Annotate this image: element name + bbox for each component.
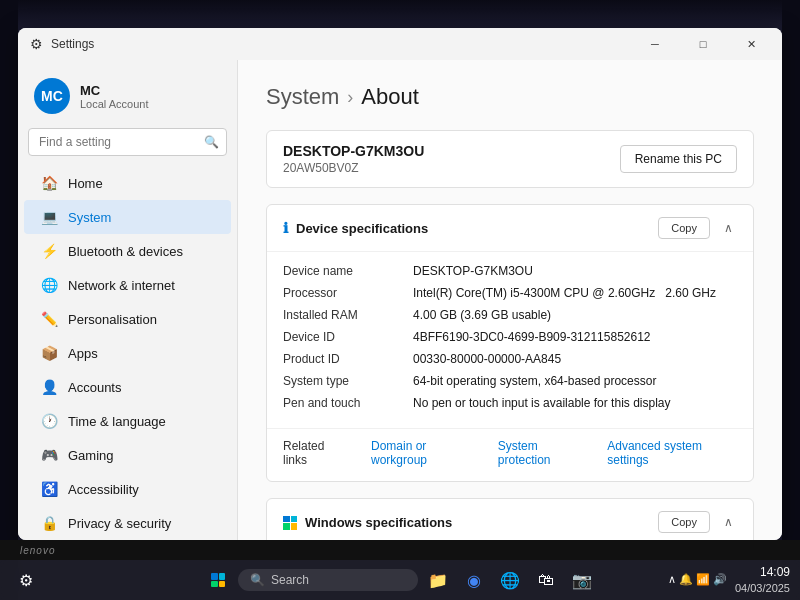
spec-value-pen-touch: No pen or touch input is available for t… [413, 396, 737, 410]
spec-label-system-type: System type [283, 374, 413, 388]
sidebar-item-network[interactable]: 🌐 Network & internet [24, 268, 231, 302]
taskbar-center: 🔍 Search 📁 ◉ 🌐 🛍 📷 [202, 564, 598, 596]
related-links-label: Related links [283, 439, 347, 467]
device-specs-header: ℹ Device specifications Copy ∧ [267, 205, 753, 252]
close-button[interactable]: ✕ [728, 28, 774, 60]
search-input[interactable] [28, 128, 227, 156]
sidebar-item-bluetooth-label: Bluetooth & devices [68, 244, 183, 259]
sidebar-item-apps-label: Apps [68, 346, 98, 361]
spec-label-device-name: Device name [283, 264, 413, 278]
windows-specs-header-right: Copy ∧ [658, 511, 737, 533]
sidebar-item-home-label: Home [68, 176, 103, 191]
spec-label-ram: Installed RAM [283, 308, 413, 322]
related-link-domain[interactable]: Domain or workgroup [371, 439, 478, 467]
clock: 14:09 04/03/2025 [735, 565, 790, 595]
device-name-bar: DESKTOP-G7KM3OU 20AW50BV0Z Rename this P… [266, 130, 754, 188]
related-link-protection[interactable]: System protection [498, 439, 587, 467]
sidebar-item-accounts[interactable]: 👤 Accounts [24, 370, 231, 404]
spec-value-processor: Intel(R) Core(TM) i5-4300M CPU @ 2.60GHz… [413, 286, 737, 300]
privacy-icon: 🔒 [40, 514, 58, 532]
windows-specs-collapse-button[interactable]: ∧ [720, 513, 737, 531]
sidebar-item-accessibility-label: Accessibility [68, 482, 139, 497]
spec-label-processor: Processor [283, 286, 413, 300]
spec-row-device-name: Device name DESKTOP-G7KM3OU [283, 260, 737, 282]
taskbar-left: ⚙ [10, 564, 42, 596]
taskbar-store[interactable]: 🛍 [530, 564, 562, 596]
spec-row-device-id: Device ID 4BFF6190-3DC0-4699-B909-312115… [283, 326, 737, 348]
time-icon: 🕐 [40, 412, 58, 430]
window-title: Settings [51, 37, 94, 51]
device-specs-title: ℹ Device specifications [283, 220, 428, 236]
windows-logo-icon [283, 514, 297, 530]
system-tray: ∧ 🔔 📶 🔊 [668, 573, 727, 586]
taskbar-settings-icon[interactable]: ⚙ [10, 564, 42, 596]
sidebar-item-time-label: Time & language [68, 414, 166, 429]
sidebar-item-home[interactable]: 🏠 Home [24, 166, 231, 200]
accessibility-icon: ♿ [40, 480, 58, 498]
device-info: DESKTOP-G7KM3OU 20AW50BV0Z [283, 143, 424, 175]
bluetooth-icon: ⚡ [40, 242, 58, 260]
spec-row-system-type: System type 64-bit operating system, x64… [283, 370, 737, 392]
taskbar-search-icon: 🔍 [250, 573, 265, 587]
sidebar-item-system[interactable]: 💻 System [24, 200, 231, 234]
minimize-button[interactable]: ─ [632, 28, 678, 60]
device-model: 20AW50BV0Z [283, 161, 424, 175]
user-section: MC MC Local Account [18, 68, 237, 128]
spec-value-system-type: 64-bit operating system, x64-based proce… [413, 374, 737, 388]
taskbar-start-button[interactable] [202, 564, 234, 596]
spec-row-product-id: Product ID 00330-80000-00000-AA845 [283, 348, 737, 370]
sidebar-item-apps[interactable]: 📦 Apps [24, 336, 231, 370]
device-specs-header-right: Copy ∧ [658, 217, 737, 239]
sidebar: MC MC Local Account 🔍 🏠 Home 💻 System [18, 60, 238, 540]
content-area: MC MC Local Account 🔍 🏠 Home 💻 System [18, 60, 782, 540]
home-icon: 🏠 [40, 174, 58, 192]
taskbar-file-explorer[interactable]: 📁 [422, 564, 454, 596]
clock-time: 14:09 [735, 565, 790, 581]
taskbar-chrome[interactable]: ◉ [458, 564, 490, 596]
network-icon: 🌐 [40, 276, 58, 294]
taskbar-camera[interactable]: 📷 [566, 564, 598, 596]
maximize-button[interactable]: □ [680, 28, 726, 60]
device-specs-copy-button[interactable]: Copy [658, 217, 710, 239]
personalisation-icon: ✏️ [40, 310, 58, 328]
taskbar-search-box[interactable]: 🔍 Search [238, 569, 418, 591]
breadcrumb-parent: System [266, 84, 339, 110]
user-account-type: Local Account [80, 98, 149, 110]
page-header: System › About [266, 84, 754, 110]
titlebar: ⚙ Settings ─ □ ✕ [18, 28, 782, 60]
taskbar: ⚙ 🔍 Search 📁 ◉ 🌐 🛍 📷 ∧ 🔔 📶 🔊 14:09 04/03… [0, 560, 800, 600]
device-hostname: DESKTOP-G7KM3OU [283, 143, 424, 159]
spec-value-ram: 4.00 GB (3.69 GB usable) [413, 308, 737, 322]
sidebar-item-accessibility[interactable]: ♿ Accessibility [24, 472, 231, 506]
sidebar-item-network-label: Network & internet [68, 278, 175, 293]
sidebar-item-gaming[interactable]: 🎮 Gaming [24, 438, 231, 472]
search-box[interactable]: 🔍 [28, 128, 227, 156]
spec-row-ram: Installed RAM 4.00 GB (3.69 GB usable) [283, 304, 737, 326]
taskbar-right: ∧ 🔔 📶 🔊 14:09 04/03/2025 [668, 565, 790, 595]
taskbar-edge[interactable]: 🌐 [494, 564, 526, 596]
sidebar-item-personalisation-label: Personalisation [68, 312, 157, 327]
sidebar-item-privacy[interactable]: 🔒 Privacy & security [24, 506, 231, 540]
rename-pc-button[interactable]: Rename this PC [620, 145, 737, 173]
clock-date: 04/03/2025 [735, 581, 790, 595]
user-name: MC [80, 83, 149, 98]
windows-specs-title: Windows specifications [283, 514, 452, 530]
accounts-icon: 👤 [40, 378, 58, 396]
breadcrumb-separator: › [347, 87, 353, 108]
windows-specs-header: Windows specifications Copy ∧ [267, 499, 753, 540]
spec-value-device-id: 4BFF6190-3DC0-4699-B909-312115852612 [413, 330, 737, 344]
device-specs-collapse-button[interactable]: ∧ [720, 219, 737, 237]
spec-value-product-id: 00330-80000-00000-AA845 [413, 352, 737, 366]
sidebar-item-personalisation[interactable]: ✏️ Personalisation [24, 302, 231, 336]
search-icon: 🔍 [204, 135, 219, 149]
titlebar-left: ⚙ Settings [30, 36, 94, 52]
sidebar-item-system-label: System [68, 210, 111, 225]
related-link-advanced[interactable]: Advanced system settings [607, 439, 737, 467]
gaming-icon: 🎮 [40, 446, 58, 464]
sidebar-item-bluetooth[interactable]: ⚡ Bluetooth & devices [24, 234, 231, 268]
windows-specs-copy-button[interactable]: Copy [658, 511, 710, 533]
main-content: System › About DESKTOP-G7KM3OU 20AW50BV0… [238, 60, 782, 540]
spec-label-product-id: Product ID [283, 352, 413, 366]
sidebar-item-time[interactable]: 🕐 Time & language [24, 404, 231, 438]
settings-icon: ⚙ [30, 36, 43, 52]
